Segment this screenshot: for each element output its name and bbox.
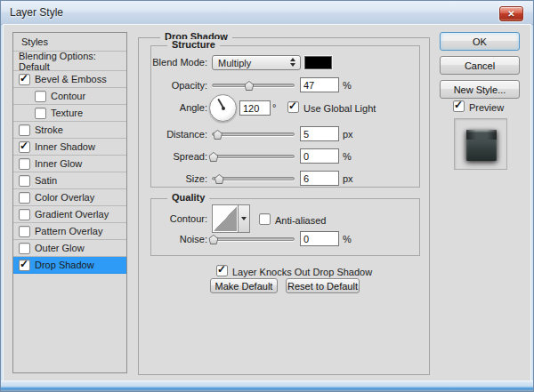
noise-label: Noise: (139, 233, 207, 245)
noise-slider-track[interactable] (212, 237, 295, 241)
ok-button[interactable]: OK (440, 32, 520, 51)
sidebar-item-color-overlay[interactable]: Color Overlay (13, 189, 126, 206)
blending-options-label: Blending Options: Default (19, 51, 126, 72)
angle-unit: ° (272, 101, 276, 114)
sidebar-item-stroke[interactable]: Stroke (13, 122, 126, 139)
sidebar-item-label: Drop Shadow (35, 260, 94, 270)
layer-knocks-out-checkbox[interactable] (216, 265, 228, 276)
cancel-button[interactable]: Cancel (440, 56, 520, 75)
size-slider[interactable] (212, 172, 295, 185)
distance-slider[interactable] (212, 128, 295, 140)
chevron-updown-icon (290, 58, 295, 67)
style-enable-checkbox[interactable] (19, 74, 30, 85)
anti-aliased-checkbox[interactable] (259, 213, 271, 225)
layer-style-dialog: Layer Style ✕ Styles Blending Options: D… (0, 0, 534, 392)
shadow-color-swatch[interactable] (304, 56, 332, 69)
distance-unit: px (343, 128, 353, 140)
style-enable-checkbox[interactable] (19, 243, 30, 254)
style-enable-checkbox[interactable] (35, 108, 46, 119)
sidebar-item-label: Outer Glow (35, 243, 85, 253)
sidebar-item-label: Inner Shadow (35, 141, 95, 152)
size-slider-thumb[interactable] (214, 174, 224, 184)
sidebar-item-inner-shadow[interactable]: Inner Shadow (13, 139, 126, 156)
titlebar[interactable]: Layer Style ✕ (1, 1, 533, 25)
quality-group-title: Quality (167, 192, 209, 203)
distance-input[interactable] (300, 126, 339, 141)
style-enable-checkbox[interactable] (19, 175, 30, 187)
sidebar-item-gradient-overlay[interactable]: Gradient Overlay (13, 206, 126, 223)
window-frame-bottom (1, 380, 533, 391)
close-icon: ✕ (507, 10, 514, 19)
size-slider-track[interactable] (212, 177, 295, 180)
use-global-light-label: Use Global Light (303, 102, 376, 115)
sidebar-item-texture[interactable]: Texture (13, 105, 126, 122)
new-style-button[interactable]: New Style... (440, 80, 520, 99)
sidebar-item-label: Satin (35, 175, 57, 186)
contour-label: Contour: (139, 212, 207, 225)
blend-mode-select[interactable]: Multiply (212, 55, 301, 70)
distance-label: Distance: (139, 128, 207, 140)
angle-input[interactable] (239, 100, 271, 116)
style-enable-checkbox[interactable] (19, 209, 30, 220)
noise-slider[interactable] (212, 233, 295, 245)
preview-checkbox[interactable] (453, 100, 465, 112)
dialog-body: Styles Blending Options: Default Bevel &… (4, 25, 530, 380)
noise-unit: % (343, 233, 352, 245)
style-enable-checkbox[interactable] (19, 192, 30, 204)
sidebar-item-bevel-emboss[interactable]: Bevel & Emboss (13, 71, 126, 88)
drop-shadow-panel: Drop Shadow Structure Quality Blend Mode… (138, 37, 430, 375)
reset-to-default-button[interactable]: Reset to Default (286, 278, 360, 293)
sidebar-item-label: Color Overlay (35, 192, 94, 203)
styles-list: Styles Blending Options: Default Bevel &… (12, 32, 127, 373)
preview-thumbnail-well (454, 118, 507, 170)
contour-dropdown-button[interactable] (239, 204, 250, 233)
spread-input[interactable] (300, 148, 339, 164)
sidebar-item-label: Pattern Overlay (35, 226, 102, 236)
noise-input[interactable] (300, 231, 339, 246)
layer-knocks-out-label: Layer Knocks Out Drop Shadow (232, 266, 372, 278)
sidebar-item-outer-glow[interactable]: Outer Glow (13, 240, 126, 257)
spread-slider-track[interactable] (212, 155, 295, 158)
style-enable-checkbox[interactable] (35, 91, 46, 102)
style-enable-checkbox[interactable] (19, 260, 30, 271)
structure-group-title: Structure (167, 39, 220, 50)
quality-group: Quality (150, 198, 420, 256)
blend-mode-label: Blend Mode: (139, 56, 207, 68)
sidebar-item-satin[interactable]: Satin (13, 172, 126, 189)
opacity-unit: % (343, 79, 352, 92)
window-title: Layer Style (10, 6, 63, 19)
distance-slider-thumb[interactable] (213, 130, 222, 140)
spread-slider[interactable] (212, 150, 295, 163)
sidebar-item-drop-shadow[interactable]: Drop Shadow (13, 257, 126, 274)
preview-style-swatch (466, 130, 497, 161)
style-enable-checkbox[interactable] (19, 226, 30, 237)
sidebar-item-pattern-overlay[interactable]: Pattern Overlay (13, 223, 126, 240)
style-items-container: Bevel & EmbossContourTextureStrokeInner … (13, 71, 126, 274)
opacity-slider-thumb[interactable] (244, 81, 254, 91)
blend-mode-value: Multiply (218, 58, 251, 68)
preview-label: Preview (469, 102, 504, 113)
opacity-label: Opacity: (139, 79, 207, 92)
contour-thumbnail[interactable] (212, 204, 239, 233)
sidebar-item-contour[interactable]: Contour (13, 88, 126, 105)
style-enable-checkbox[interactable] (19, 141, 30, 153)
angle-dial[interactable] (209, 94, 237, 122)
opacity-input[interactable] (300, 77, 339, 92)
style-enable-checkbox[interactable] (19, 158, 30, 170)
use-global-light-checkbox[interactable] (287, 101, 299, 113)
size-input[interactable] (300, 171, 339, 186)
sidebar-item-blending-options[interactable]: Blending Options: Default (13, 52, 126, 71)
angle-dial-center (222, 107, 225, 110)
sidebar-item-label: Stroke (35, 124, 63, 135)
make-default-button[interactable]: Make Default (210, 278, 278, 293)
sidebar-item-inner-glow[interactable]: Inner Glow (13, 156, 126, 172)
sidebar-item-label: Texture (51, 108, 83, 118)
close-button[interactable]: ✕ (499, 6, 523, 21)
styles-header-label: Styles (21, 36, 48, 47)
opacity-slider[interactable] (212, 79, 295, 92)
style-enable-checkbox[interactable] (19, 124, 30, 136)
distance-slider-track[interactable] (212, 132, 295, 136)
chevron-down-icon (241, 217, 247, 220)
angle-label: Angle: (139, 101, 207, 114)
sidebar-item-label: Gradient Overlay (35, 209, 109, 220)
